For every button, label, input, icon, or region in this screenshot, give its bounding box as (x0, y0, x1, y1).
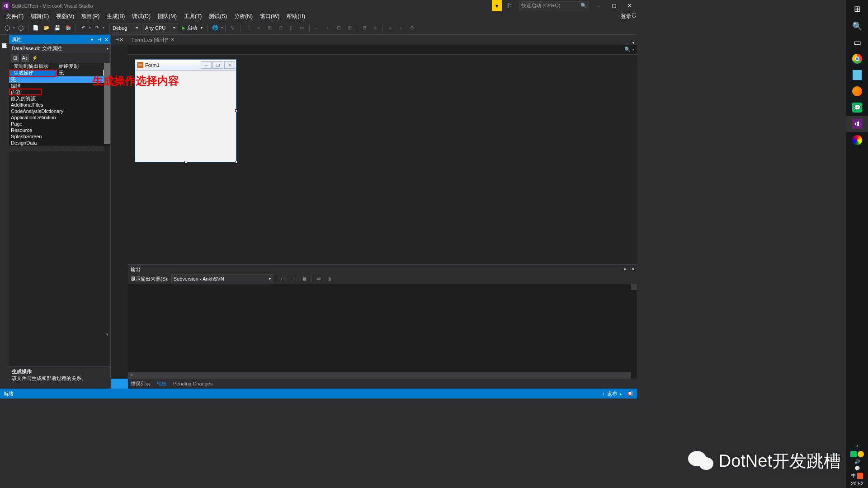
notepad-icon[interactable] (846, 67, 868, 83)
resize-handle[interactable] (184, 161, 187, 164)
nav-fwd-icon[interactable]: ◯ (16, 23, 26, 33)
minimize-button[interactable]: ─ (591, 0, 606, 11)
panel-pin-icon[interactable]: ⊣ (96, 36, 102, 42)
size2-icon[interactable]: ⊞ (344, 23, 354, 33)
new-project-icon[interactable]: 📄 (31, 23, 41, 33)
start-button[interactable]: ▶启动▾ (179, 24, 205, 31)
menu-team[interactable]: 团队(M) (154, 11, 180, 21)
out-icon1[interactable]: ↩ (279, 275, 287, 283)
tray-app-icon[interactable] (858, 451, 864, 457)
form-designer-canvas[interactable]: ▭ Form1 ─ ▢ ✕ (128, 55, 637, 264)
panel-dropdown-icon[interactable]: ▾ (624, 267, 626, 272)
nav-back-icon[interactable]: ◯ (2, 23, 12, 33)
dd-item-designdata[interactable]: DesignData (9, 140, 110, 146)
vtab-server-explorer[interactable]: 服务器资源管理器 (0, 37, 9, 389)
search-app-icon[interactable]: 🔍 (846, 18, 868, 34)
action-center-icon[interactable]: 💬 (854, 466, 860, 471)
close-button[interactable]: ✕ (622, 0, 637, 11)
panel-pin-icon[interactable]: ⊣ (627, 267, 631, 272)
align2-icon[interactable]: ≡ (254, 23, 264, 33)
events-icon[interactable]: ⚡ (31, 54, 39, 62)
notification-icon[interactable]: ▼ (492, 0, 502, 11)
menu-edit[interactable]: 编辑(E) (27, 11, 52, 21)
dd-item-splash[interactable]: SplashScreen (9, 133, 110, 140)
panel-dropdown-icon[interactable]: ▾ (89, 36, 95, 42)
ime-app-icon[interactable] (857, 473, 863, 479)
link-icon[interactable]: ⎋ (385, 23, 395, 33)
menu-build[interactable]: 生成(B) (103, 11, 128, 21)
search-icon[interactable]: 🔍 (624, 47, 631, 52)
dd-item-appdef[interactable]: ApplicationDefinition (9, 114, 110, 121)
dd-item-page[interactable]: Page (9, 121, 110, 127)
tab-output[interactable]: 输出 (157, 380, 167, 387)
align6-icon[interactable]: ▭ (297, 23, 307, 33)
dd-item-embedded[interactable]: 嵌入的资源 (9, 95, 110, 102)
dd-item-resource[interactable]: Resource (9, 127, 110, 133)
publish-up-icon[interactable]: ↑ (602, 391, 605, 396)
output-text-area[interactable]: ◂ (128, 284, 637, 379)
tab-form1[interactable]: Form1.cs [设计]*× (128, 35, 178, 45)
firefox-icon[interactable] (846, 83, 868, 99)
categorized-icon[interactable]: ⊞ (11, 54, 19, 62)
menu-file[interactable]: 文件(F) (2, 11, 27, 21)
resize-handle[interactable] (235, 109, 238, 112)
user-icon[interactable]: ⛉ (632, 13, 637, 19)
clock[interactable]: 20:52 (851, 481, 863, 486)
browser-icon[interactable]: 🌐 (210, 23, 220, 33)
undo-icon[interactable]: ↶ (78, 23, 88, 33)
tab-pending-changes[interactable]: Pending Changes (173, 381, 212, 386)
tab-error-list[interactable]: 错误列表 (131, 380, 151, 387)
feedback-icon[interactable]: ⚐ (502, 0, 517, 11)
save-all-icon[interactable]: 📚 (63, 23, 73, 33)
scroll-down-icon[interactable]: ▾ (104, 332, 110, 338)
prop-row-copy[interactable]: 复制到输出目录 始终复制 (9, 63, 110, 70)
redo-icon[interactable]: ↷ (92, 23, 102, 33)
config-combo[interactable]: Debug▾ (109, 23, 141, 33)
find-icon[interactable]: ⚲ (228, 23, 238, 33)
collapsed-active-tab[interactable] (111, 379, 128, 389)
align4-icon[interactable]: ⊟ (275, 23, 285, 33)
platform-combo[interactable]: Any CPU▾ (142, 23, 178, 33)
hspace-icon[interactable]: ↔ (312, 23, 322, 33)
tray-expand-icon[interactable]: ‹ (856, 443, 858, 449)
menu-test[interactable]: 测试(S) (205, 11, 231, 21)
out-icon3[interactable]: ≣ (301, 275, 309, 283)
login-link[interactable]: 登录 (621, 13, 632, 20)
size-icon[interactable]: ⊡ (334, 23, 344, 33)
dd-item-additional[interactable]: AdditionalFiles (9, 102, 110, 108)
menu-window[interactable]: 窗口(W) (256, 11, 283, 21)
volume-icon[interactable]: 🔊 (854, 459, 860, 464)
order-icon[interactable]: ≣ (359, 23, 369, 33)
align5-icon[interactable]: ▯ (286, 23, 296, 33)
status-publish[interactable]: 发布 (607, 390, 617, 397)
tabs-overflow-icon[interactable]: ▾ (632, 41, 637, 45)
quick-launch-input[interactable]: 快速启动 (Ctrl+Q)🔍 (519, 1, 589, 10)
link2-icon[interactable]: ⎌ (396, 23, 406, 33)
wechat-icon[interactable]: 💬 (846, 99, 868, 116)
status-sync-icon[interactable]: 📢 (627, 391, 633, 397)
scroll-up-icon[interactable] (631, 284, 637, 290)
resize-handle[interactable] (235, 161, 238, 164)
ime-indicator[interactable]: 中 (851, 473, 856, 479)
hscrollbar[interactable] (128, 372, 631, 379)
save-icon[interactable]: 💾 (52, 23, 62, 33)
maximize-button[interactable]: ▢ (606, 0, 622, 11)
menu-help[interactable]: 帮助(H) (283, 11, 309, 21)
alphabetical-icon[interactable]: A↓ (21, 54, 29, 62)
property-object-line[interactable]: DataBase.db 文件属性 ▾ (9, 44, 110, 53)
link3-icon[interactable]: ⊕ (407, 23, 417, 33)
collapsed-tab[interactable]: ⊣✕ (111, 35, 128, 45)
output-source-combo[interactable]: Subversion - AnkhSVN▾ (171, 274, 273, 283)
vs-app-icon[interactable] (846, 116, 868, 132)
tray-wechat-icon[interactable] (850, 451, 857, 457)
menu-analyze[interactable]: 分析(N) (231, 11, 256, 21)
align3-icon[interactable]: ⊞ (264, 23, 274, 33)
out-icon2[interactable]: ≡ (290, 275, 298, 283)
menu-tools[interactable]: 工具(T) (180, 11, 205, 21)
chevron-down-icon[interactable]: ▾ (632, 47, 634, 52)
menu-debug[interactable]: 调试(D) (128, 11, 154, 21)
menu-project[interactable]: 项目(P) (78, 11, 103, 21)
vspace-icon[interactable]: ↕ (323, 23, 333, 33)
menu-view[interactable]: 视图(V) (52, 11, 78, 21)
paint-icon[interactable] (846, 132, 868, 148)
